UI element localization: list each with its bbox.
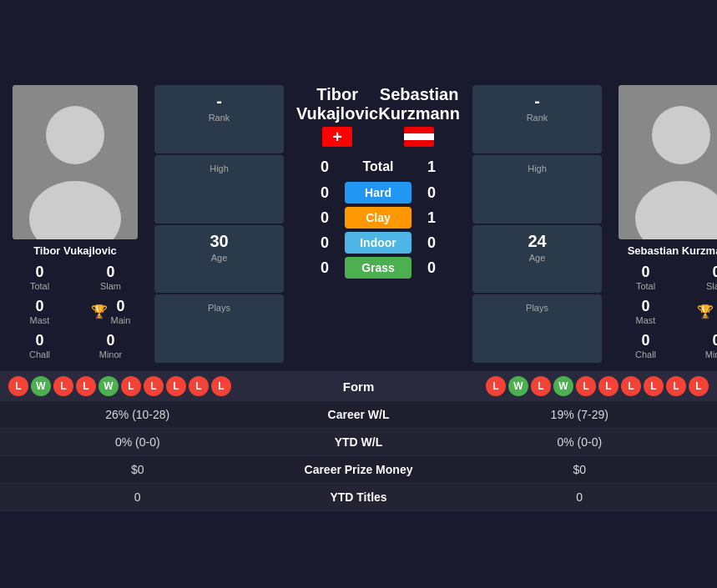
player1-center-info: - Rank High 30 Age Plays [154, 85, 284, 363]
player2-avatar [619, 85, 717, 239]
player1-rank-label: Rank [158, 113, 280, 123]
form-badge-l: L [644, 376, 664, 396]
player2-mast-label: Mast [612, 315, 679, 325]
player1-minor-label: Minor [77, 349, 144, 359]
player2-form-badges: LWLWLLLLLL [486, 376, 709, 396]
hard-p1: 0 [315, 184, 335, 202]
player1-ytd-wl: 0% (0-0) [8, 435, 267, 449]
player1-main-label: Main [111, 315, 131, 325]
form-label: Form [343, 379, 375, 394]
player1-slam-cell: 0 Slam [75, 260, 146, 294]
player1-total-label: Total [6, 281, 73, 291]
player2-age-value: 24 [476, 232, 598, 251]
player1-total-value: 0 [6, 264, 73, 281]
form-badge-l: L [621, 376, 641, 396]
player2-slam-cell: 0 Slam [681, 260, 717, 294]
match-center: Tibor Vukajlovic Sebastian Kurzmann 0 To… [288, 85, 468, 363]
grass-row: 0 Grass 0 [296, 257, 460, 279]
indoor-badge: Indoor [345, 232, 412, 254]
clay-p1: 0 [315, 209, 335, 227]
player2-rank-label: Rank [476, 113, 598, 123]
form-badge-l: L [76, 376, 96, 396]
player2-title: Sebastian Kurzmann [378, 85, 460, 123]
player1-high-label: High [158, 163, 280, 173]
player1-card: Tibor Vukajlovic 0 Total 0 Slam 0 Mast 🏆 [0, 85, 150, 363]
player1-mast-label: Mast [6, 315, 73, 325]
player1-flag [322, 127, 352, 147]
clay-badge: Clay [345, 207, 412, 229]
player1-chall-label: Chall [6, 349, 73, 359]
trophy1-icon: 🏆 [91, 304, 108, 319]
player1-slam-label: Slam [77, 281, 144, 291]
form-badge-l: L [598, 376, 619, 396]
player2-mast-cell: 0 Mast [610, 294, 681, 329]
indoor-p1: 0 [315, 234, 335, 252]
player2-high-box: High [472, 155, 602, 224]
hard-p2: 0 [422, 184, 442, 202]
player2-plays-label: Plays [476, 303, 598, 313]
player2-plays-box: Plays [472, 294, 602, 363]
player1-plays-box: Plays [154, 294, 284, 363]
ytd-wl-row: 0% (0-0) YTD W/L 0% (0-0) [0, 429, 717, 456]
player1-age-value: 30 [158, 232, 280, 251]
ytd-titles-label: YTD Titles [267, 490, 451, 504]
prize-label: Career Prize Money [267, 463, 451, 476]
score-rows: 0 Total 1 0 Hard 0 0 Clay 1 0 Indoor [296, 155, 460, 279]
player1-stats: 0 Total 0 Slam 0 Mast 🏆 0 Main [4, 260, 146, 363]
top-section: Tibor Vukajlovic 0 Total 0 Slam 0 Mast 🏆 [0, 77, 717, 371]
player1-chall-value: 0 [6, 332, 73, 349]
indoor-row: 0 Indoor 0 [296, 232, 460, 254]
form-badge-l: L [121, 376, 141, 396]
player2-rank-value: - [476, 92, 598, 111]
player1-minor-cell: 0 Minor [75, 329, 146, 363]
player1-plays-label: Plays [158, 303, 280, 313]
player2-name: Sebastian Kurzmann [628, 244, 717, 257]
player1-total-cell: 0 Total [4, 260, 75, 294]
grass-p1: 0 [315, 259, 335, 277]
form-badge-w: W [553, 376, 573, 396]
total-badge: Total [345, 155, 412, 178]
form-badge-l: L [53, 376, 73, 396]
player1-title: Tibor Vukajlovic [296, 85, 378, 123]
player1-mast-cell: 0 Mast [4, 294, 75, 329]
player2-chall-cell: 0 Chall [610, 329, 681, 363]
career-wl-row: 26% (10-28) Career W/L 19% (7-29) [0, 401, 717, 429]
svg-point-4 [652, 106, 710, 164]
hard-row: 0 Hard 0 [296, 182, 460, 204]
clay-p2: 1 [422, 209, 442, 227]
player2-age-box: 24 Age [472, 225, 602, 294]
indoor-p2: 0 [422, 234, 442, 252]
total-row: 0 Total 1 [296, 155, 460, 178]
form-badge-w: W [31, 376, 51, 396]
form-badge-l: L [166, 376, 186, 396]
player1-main-value: 0 [111, 298, 131, 315]
career-wl-label: Career W/L [267, 408, 451, 421]
form-badge-l: L [486, 376, 506, 396]
player1-slam-value: 0 [77, 264, 144, 281]
player1-form-badges: LWLLWLLLLL [8, 376, 231, 396]
player2-rank-box: - Rank [472, 85, 602, 153]
player2-age-label: Age [476, 253, 598, 263]
svg-point-1 [46, 106, 104, 164]
player2-minor-label: Minor [683, 349, 717, 359]
trophy2-icon: 🏆 [697, 304, 714, 319]
player1-career-wl: 26% (10-28) [8, 408, 267, 421]
player1-ytd-titles: 0 [8, 490, 267, 504]
player1-high-box: High [154, 155, 284, 224]
player1-prize: $0 [8, 463, 267, 476]
form-badge-w: W [98, 376, 119, 396]
ytd-titles-row: 0 YTD Titles 0 [0, 484, 717, 511]
total-p2: 1 [422, 158, 442, 176]
player1-chall-cell: 0 Chall [4, 329, 75, 363]
player2-chall-value: 0 [612, 332, 679, 349]
player2-ytd-titles: 0 [451, 490, 709, 504]
total-p1: 0 [315, 158, 335, 176]
prize-row: $0 Career Prize Money $0 [0, 456, 717, 484]
form-badge-l: L [144, 376, 164, 396]
player2-chall-label: Chall [612, 349, 679, 359]
grass-p2: 0 [422, 259, 442, 277]
clay-row: 0 Clay 1 [296, 207, 460, 229]
player1-rank-value: - [158, 92, 280, 111]
form-badge-l: L [576, 376, 596, 396]
player2-stats: 0 Total 0 Slam 0 Mast 🏆 0 Main [610, 260, 717, 363]
